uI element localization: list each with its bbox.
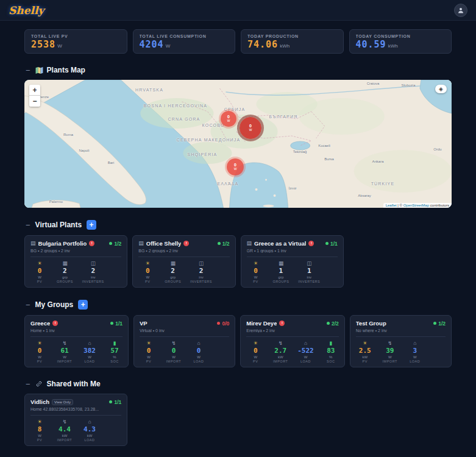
status-count: 2/2 — [332, 321, 339, 327]
plant-card[interactable]: Greece ! 1/1 Home • 1 inv ☀ 0 W PV ↯ 61 … — [24, 315, 129, 367]
zoom-in-button[interactable]: + — [29, 85, 40, 96]
card-stat: ▦ 2 grp GROUPS — [57, 260, 73, 284]
plant-cluster-marker[interactable]: 0W — [221, 111, 236, 127]
map-attribution: Leaflet | © OpenStreetMap contributors — [383, 203, 452, 208]
stat-label: TODAY CONSUMPTION — [356, 34, 446, 38]
card-stats-row: ☀ 0 W PV ↯ 0 W IMPORT ⌂ 0 W LOAD — [140, 340, 229, 364]
card-name: Vidlich — [30, 399, 49, 405]
card-name: Mirev Deye — [246, 320, 277, 327]
zoom-out-button[interactable]: − — [29, 96, 40, 107]
collapse-button[interactable]: − — [24, 301, 32, 309]
card-subtitle: BG • 2 groups • 2 inv — [138, 249, 229, 253]
add-virtual-plant-button[interactable]: + — [87, 220, 96, 230]
map-layers-control[interactable]: ◈ — [435, 85, 447, 93]
stat-value: 4204W — [140, 40, 229, 49]
sun-icon: ☀ — [253, 340, 258, 347]
plants-map[interactable]: FirenzeHrvatskaBosna i HercegovinaCrna G… — [24, 80, 452, 208]
user-avatar-button[interactable] — [454, 4, 467, 17]
online-status: 1/2 — [218, 241, 230, 247]
alert-badge: ! — [308, 241, 314, 246]
divider — [30, 336, 123, 337]
stat-label: IMPORT — [166, 360, 181, 363]
stat-label: INVERTERS — [190, 280, 212, 283]
collapse-button[interactable]: − — [24, 380, 32, 388]
stat-number: 4204 — [140, 39, 164, 50]
plant-card[interactable]: ▤ Greece as a Virtual ! 1/1 GR • 1 group… — [241, 235, 344, 288]
openstreetmap-link[interactable]: OpenStreetMap — [403, 204, 429, 207]
card-subtitle: GR • 1 groups • 1 inv — [247, 249, 338, 253]
plant-card[interactable]: ▤ Bulgaria Portfolio ! 1/2 BG • 2 groups… — [24, 235, 127, 288]
section-title: Virtual Plants — [35, 221, 82, 229]
stat-label: PV — [146, 360, 151, 363]
stat-label: PV — [145, 280, 150, 283]
card-stat: ⌂ -522 W LOAD — [297, 340, 314, 364]
stat-unit: kWh — [280, 43, 290, 49]
bolt-icon: ↯ — [62, 340, 66, 347]
stat-unit: W — [304, 355, 308, 359]
plant-cluster-marker[interactable]: 0W — [240, 117, 261, 139]
alert-badge: ! — [183, 241, 189, 246]
stat-unit: W — [38, 275, 41, 279]
stat-value: 74.06kWh — [247, 40, 337, 49]
stat-unit: W — [57, 43, 62, 49]
plant-card[interactable]: Vidlich View Only 1/1 Home 42.8802358433… — [24, 394, 127, 446]
collapse-button[interactable]: − — [24, 66, 32, 74]
stat-value: 2 — [199, 267, 204, 275]
plant-card[interactable]: Test Group 1/2 No where • 2 inv ☀ 2.5 kW… — [350, 315, 452, 367]
plant-card[interactable]: VP 0/0 Virtual • 0 inv ☀ 0 W PV ↯ 0 W IM… — [133, 315, 235, 367]
sun-icon: ☀ — [37, 419, 42, 425]
stat-label: TODAY PRODUCTION — [247, 34, 337, 38]
battery-icon: ▮ — [329, 340, 332, 347]
plant-card[interactable]: ▤ Office Shelly ! 1/2 BG • 2 groups • 2 … — [132, 235, 235, 288]
online-status: 1/2 — [109, 241, 121, 247]
card-stat: ↯ 0 W IMPORT — [166, 340, 182, 364]
status-count: 1/2 — [114, 241, 121, 247]
stat-unit: kW — [87, 434, 93, 438]
stat-label: GROUPS — [165, 280, 181, 283]
card-stats-row: ☀ 0 W PV ▦ 2 grp GROUPS ◫ 2 inv INVERTER… — [138, 260, 229, 284]
card-stat: ☀ 8 W PV — [32, 419, 48, 442]
stat-label: INVERTERS — [82, 280, 104, 283]
stat-value: -522 — [297, 347, 314, 355]
status-dot — [325, 242, 329, 245]
shelly-logo[interactable]: Shelly — [9, 4, 44, 16]
stat-unit: W — [388, 355, 392, 359]
link-icon — [35, 380, 43, 388]
alert-badge: ! — [52, 321, 58, 326]
stat-card-total-live-pv: TOTAL LIVE PV 2538W — [24, 29, 127, 54]
add-group-button[interactable]: + — [78, 300, 88, 310]
stat-value: 61 — [60, 347, 68, 355]
card-name: Test Group — [356, 320, 386, 327]
plant-cluster-marker[interactable]: 0W — [227, 158, 244, 175]
online-status: 2/2 — [327, 321, 339, 327]
card-header: Greece ! 1/1 — [30, 320, 123, 327]
stat-unit: grp — [279, 275, 284, 279]
bolt-icon: ↯ — [171, 340, 176, 347]
my-groups-grid: Greece ! 1/1 Home • 1 inv ☀ 0 W PV ↯ 61 … — [24, 315, 452, 367]
card-header: ▤ Office Shelly ! 1/2 — [138, 240, 229, 247]
divider — [30, 415, 121, 416]
stat-value: 0 — [147, 347, 151, 355]
card-subtitle: Eremiya • 2 inv — [246, 328, 339, 333]
card-stat: ↯ 61 W IMPORT — [57, 340, 73, 364]
stat-unit: W — [254, 355, 257, 359]
stat-label: IMPORT — [383, 360, 397, 363]
card-stat: ☀ 0 W PV — [32, 260, 48, 284]
collapse-button[interactable]: − — [24, 221, 32, 229]
card-name: Bulgaria Portfolio — [38, 240, 87, 247]
card-stats-row: ☀ 0 W PV ↯ 2.7 kW IMPORT ⌂ -522 W LOAD ▮… — [246, 340, 339, 364]
bolt-icon: ↯ — [388, 340, 392, 347]
leaflet-link[interactable]: Leaflet — [386, 204, 397, 207]
home-icon: ⌂ — [88, 340, 91, 347]
stat-label: PV — [37, 360, 42, 363]
stat-label: LOAD — [300, 360, 311, 363]
card-stat: ☀ 0 W PV — [248, 260, 264, 284]
stat-unit: W — [146, 275, 149, 279]
stat-value: 57 — [110, 347, 118, 355]
home-icon: ⌂ — [197, 340, 200, 347]
card-subtitle: BG • 2 groups • 2 inv — [30, 249, 121, 253]
card-stat: ↯ 39 W IMPORT — [382, 340, 398, 364]
plant-card[interactable]: Mirev Deye ! 2/2 Eremiya • 2 inv ☀ 0 W P… — [240, 315, 345, 367]
map-basemap — [24, 80, 452, 208]
card-subtitle: Home 42.88023584335708, 23.28... — [30, 407, 121, 411]
